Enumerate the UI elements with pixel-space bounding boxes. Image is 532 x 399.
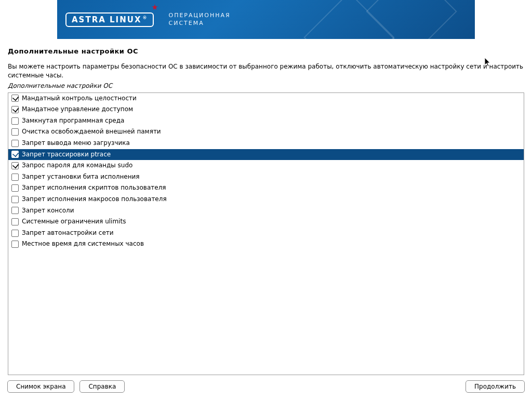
option-row[interactable]: Запрет исполнения скриптов пользователя: [8, 182, 524, 194]
checkbox-icon[interactable]: [11, 151, 19, 158]
option-label: Очистка освобождаемой внешней памяти: [22, 128, 161, 136]
option-row[interactable]: Системные ограничения ulimits: [8, 216, 524, 228]
star-icon: [152, 4, 158, 10]
page-title: Дополнительные настройки ОС: [8, 47, 524, 55]
option-row[interactable]: Запрет исполнения макросов пользователя: [8, 194, 524, 205]
option-row[interactable]: Мандатное управление доступом: [8, 104, 524, 115]
checkbox-icon[interactable]: [11, 140, 19, 147]
header-banner: ASTRA LINUX ® ОПЕРАЦИОННАЯ СИСТЕМА: [57, 0, 475, 39]
screenshot-button[interactable]: Снимок экрана: [7, 380, 74, 393]
footer: Снимок экрана Справка Продолжить: [0, 375, 532, 399]
checkbox-icon[interactable]: [11, 162, 19, 169]
option-label: Запрет вывода меню загрузчика: [22, 139, 130, 148]
option-row[interactable]: Запрет консоли: [8, 205, 524, 217]
continue-button[interactable]: Продолжить: [466, 380, 525, 393]
checkbox-icon[interactable]: [11, 196, 19, 203]
option-label: Запрет трассировки ptrace: [22, 151, 111, 159]
options-listbox[interactable]: Мандатный контроль целостностиМандатное …: [8, 92, 524, 375]
option-label: Системные ограничения ulimits: [22, 218, 126, 226]
checkbox-icon[interactable]: [11, 128, 19, 136]
checkbox-icon[interactable]: [11, 95, 19, 102]
brand-name: ASTRA LINUX: [72, 16, 141, 24]
option-label: Местное время для системных часов: [22, 240, 144, 248]
checkbox-icon[interactable]: [11, 117, 19, 125]
checkbox-icon[interactable]: [11, 184, 19, 192]
option-row[interactable]: Запрет автонастройки сети: [8, 228, 524, 239]
option-label: Мандатное управление доступом: [22, 105, 133, 114]
option-label: Запрет установки бита исполнения: [22, 173, 140, 181]
option-label: Запрет автонастройки сети: [22, 229, 114, 237]
option-label: Запрос пароля для команды sudo: [22, 162, 132, 170]
option-row[interactable]: Мандатный контроль целостности: [8, 93, 524, 104]
help-button[interactable]: Справка: [79, 380, 125, 393]
option-row[interactable]: Запрет трассировки ptrace: [8, 149, 524, 161]
option-row[interactable]: Запрос пароля для команды sudo: [8, 160, 524, 171]
option-label: Запрет исполнения скриптов пользователя: [22, 184, 166, 192]
checkbox-icon[interactable]: [11, 230, 19, 237]
option-row[interactable]: Замкнутая программная среда: [8, 115, 524, 127]
checkbox-icon[interactable]: [11, 241, 19, 248]
brand-logo: ASTRA LINUX ®: [65, 12, 154, 27]
option-row[interactable]: Запрет установки бита исполнения: [8, 171, 524, 183]
option-label: Мандатный контроль целостности: [22, 95, 137, 103]
checkbox-icon[interactable]: [11, 106, 19, 113]
page-intro: Вы можете настроить параметры безопаснос…: [8, 62, 524, 80]
option-label: Запрет исполнения макросов пользователя: [22, 195, 167, 204]
option-row[interactable]: Запрет вывода меню загрузчика: [8, 138, 524, 149]
option-label: Замкнутая программная среда: [22, 117, 124, 125]
option-label: Запрет консоли: [22, 207, 74, 215]
option-row[interactable]: Очистка освобождаемой внешней памяти: [8, 126, 524, 138]
option-row[interactable]: Местное время для системных часов: [8, 238, 524, 250]
checkbox-icon[interactable]: [11, 207, 19, 214]
brand-reg: ®: [142, 16, 148, 20]
checkbox-icon[interactable]: [11, 174, 19, 181]
brand-subtitle: ОПЕРАЦИОННАЯ СИСТЕМА: [168, 12, 230, 27]
page-subhead: Дополнительные настройки ОС: [8, 82, 524, 89]
checkbox-icon[interactable]: [11, 218, 19, 225]
